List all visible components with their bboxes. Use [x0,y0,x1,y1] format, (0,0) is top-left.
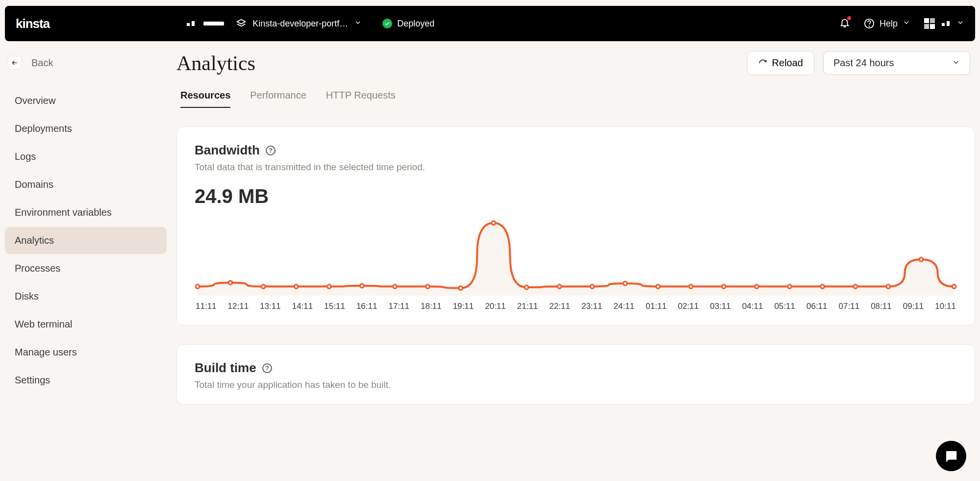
sidebar-item-web-terminal[interactable]: Web terminal [5,311,167,338]
svg-point-15 [557,284,561,288]
x-tick: 06:11 [806,302,828,311]
chart-x-axis: 11:1112:1113:1114:1115:1116:1117:1118:11… [195,302,957,311]
x-tick: 16:11 [356,302,377,311]
logo[interactable]: kinsta [16,16,50,31]
bandwidth-metric: 24.9 MB [195,185,957,207]
x-tick: 17:11 [388,302,409,311]
svg-point-8 [327,284,331,288]
sidebar-item-analytics[interactable]: Analytics [5,227,167,254]
x-tick: 18:11 [421,302,442,311]
svg-point-10 [393,284,397,288]
svg-point-27 [952,284,956,288]
user-menu[interactable] [924,18,964,29]
card-header: Bandwidth ? [195,143,957,158]
x-tick: 04:11 [742,302,763,311]
avatar [924,18,935,29]
svg-marker-0 [237,20,246,24]
sidebar-item-domains[interactable]: Domains [5,171,167,198]
notifications-button[interactable] [839,17,850,30]
avatar-detail [942,21,950,26]
svg-point-19 [689,284,693,288]
x-tick: 22:11 [549,302,570,311]
svg-point-16 [590,284,594,288]
arrow-left-icon [8,56,22,70]
svg-point-17 [623,281,627,285]
svg-point-7 [294,284,298,288]
x-tick: 15:11 [324,302,345,311]
x-tick: 23:11 [581,302,603,311]
svg-point-18 [656,284,660,288]
card-title: Bandwidth [195,143,260,158]
chevron-down-icon [354,19,362,29]
x-tick: 21:11 [517,302,538,311]
sidebar-item-logs[interactable]: Logs [5,143,167,170]
main-content: Analytics Reload Past 24 hours Resources… [176,51,975,405]
svg-point-26 [919,257,923,261]
chevron-down-icon [903,19,910,29]
tab-resources[interactable]: Resources [180,90,230,108]
project-selector[interactable]: Kinsta-developer-portf… [236,18,362,29]
reload-button[interactable]: Reload [747,51,814,75]
sidebar-item-deployments[interactable]: Deployments [5,115,167,142]
stack-icon [236,18,247,29]
info-icon[interactable]: ? [266,146,276,155]
sidebar-item-disks[interactable]: Disks [5,283,167,310]
sidebar-item-overview[interactable]: Overview [5,87,167,114]
tab-http-requests[interactable]: HTTP Requests [326,90,396,108]
x-tick: 14:11 [292,302,313,311]
svg-point-22 [788,284,792,288]
account-indicator[interactable] [187,21,224,26]
svg-point-6 [261,284,265,288]
account-bar [203,22,224,25]
x-tick: 07:11 [839,302,860,311]
tabs: ResourcesPerformanceHTTP Requests [176,90,975,108]
help-icon [864,18,875,29]
topbar-middle: Kinsta-developer-portf… Deployed [187,18,434,29]
card-title: Build time [195,360,256,376]
tab-performance[interactable]: Performance [250,90,306,108]
sidebar-item-environment-variables[interactable]: Environment variables [5,199,167,226]
svg-point-20 [722,284,726,288]
reload-label: Reload [772,57,803,69]
x-tick: 24:11 [614,302,635,311]
sidebar: Back OverviewDeploymentsLogsDomainsEnvir… [5,51,167,405]
topbar: kinsta Kinsta-developer-portf… Deployed … [5,6,975,41]
sidebar-item-manage-users[interactable]: Manage users [5,339,167,366]
topbar-right: Help [839,17,964,30]
account-icon [187,21,195,26]
deploy-status: Deployed [382,19,434,29]
help-label: Help [879,19,898,29]
svg-point-24 [854,284,857,288]
x-tick: 09:11 [903,302,924,311]
check-circle-icon [382,19,392,28]
help-menu[interactable]: Help [864,18,910,29]
svg-point-9 [360,284,364,288]
back-button[interactable]: Back [5,51,167,75]
page-title: Analytics [176,51,255,75]
bandwidth-chart-svg [195,212,957,296]
svg-point-14 [525,285,528,289]
svg-point-21 [755,284,759,288]
svg-point-5 [228,280,232,284]
sidebar-item-processes[interactable]: Processes [5,255,167,282]
project-name: Kinsta-developer-portf… [252,19,348,29]
card-header: Build time ? [195,360,957,376]
svg-point-23 [821,284,825,288]
x-tick: 19:11 [453,302,474,311]
timerange-select[interactable]: Past 24 hours [823,51,970,75]
card-subtitle: Total time your application has taken to… [195,380,957,390]
reload-icon [758,59,767,68]
svg-point-4 [196,284,200,288]
x-tick: 02:11 [678,302,699,311]
x-tick: 05:11 [774,302,795,311]
svg-point-12 [459,286,463,290]
svg-point-11 [426,284,430,288]
info-icon[interactable]: ? [262,363,272,373]
intercom-button[interactable] [936,441,966,471]
page-header: Analytics Reload Past 24 hours [176,51,975,75]
back-label: Back [31,57,53,69]
chevron-down-icon [956,19,964,28]
x-tick: 03:11 [710,302,731,311]
sidebar-item-settings[interactable]: Settings [5,367,167,394]
svg-point-25 [886,284,890,288]
